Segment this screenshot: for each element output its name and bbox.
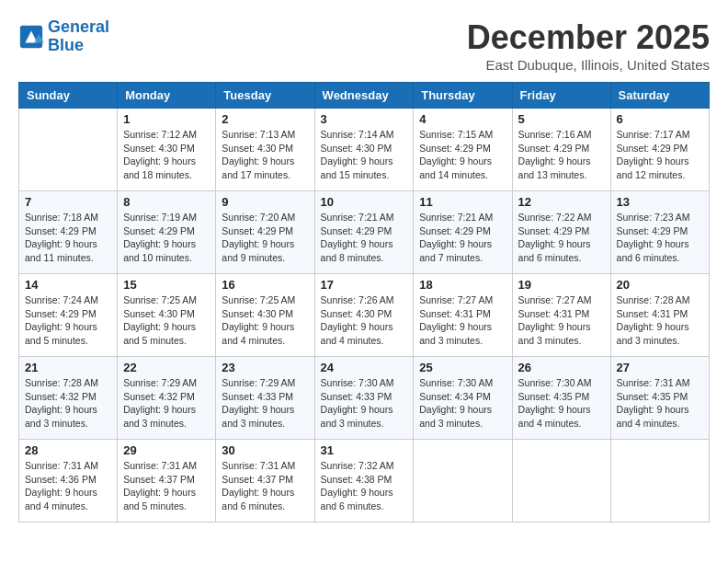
calendar-cell: 13Sunrise: 7:23 AM Sunset: 4:29 PM Dayli… (610, 191, 709, 274)
week-row-3: 14Sunrise: 7:24 AM Sunset: 4:29 PM Dayli… (19, 274, 710, 357)
logo-text: General Blue (48, 18, 109, 55)
calendar-cell: 1Sunrise: 7:12 AM Sunset: 4:30 PM Daylig… (118, 109, 216, 191)
calendar-cell: 5Sunrise: 7:16 AM Sunset: 4:29 PM Daylig… (512, 109, 610, 191)
calendar-cell: 29Sunrise: 7:31 AM Sunset: 4:37 PM Dayli… (118, 440, 216, 523)
day-number: 4 (419, 112, 506, 126)
day-number: 1 (123, 112, 210, 126)
title-area: December 2025 East Dubuque, Illinois, Un… (467, 18, 710, 73)
calendar-cell: 24Sunrise: 7:30 AM Sunset: 4:33 PM Dayli… (314, 357, 414, 440)
day-number: 6 (617, 112, 703, 126)
day-number: 27 (617, 361, 703, 374)
day-number: 30 (222, 443, 308, 457)
calendar-cell: 8Sunrise: 7:19 AM Sunset: 4:29 PM Daylig… (118, 191, 216, 274)
day-info: Sunrise: 7:27 AM Sunset: 4:31 PM Dayligh… (518, 293, 605, 348)
day-number: 15 (123, 278, 210, 292)
day-info: Sunrise: 7:14 AM Sunset: 4:30 PM Dayligh… (321, 128, 408, 182)
day-number: 3 (321, 112, 408, 126)
day-info: Sunrise: 7:30 AM Sunset: 4:35 PM Dayligh… (518, 376, 605, 431)
calendar-cell: 16Sunrise: 7:25 AM Sunset: 4:30 PM Dayli… (216, 274, 314, 357)
day-number: 17 (321, 278, 408, 292)
day-number: 11 (419, 195, 506, 209)
day-info: Sunrise: 7:27 AM Sunset: 4:31 PM Dayligh… (419, 293, 506, 348)
calendar-cell: 23Sunrise: 7:29 AM Sunset: 4:33 PM Dayli… (216, 357, 314, 440)
day-number: 29 (123, 443, 210, 457)
calendar-cell: 27Sunrise: 7:31 AM Sunset: 4:35 PM Dayli… (610, 357, 709, 440)
day-info: Sunrise: 7:20 AM Sunset: 4:29 PM Dayligh… (222, 211, 308, 265)
day-info: Sunrise: 7:28 AM Sunset: 4:32 PM Dayligh… (25, 376, 111, 431)
calendar-cell: 26Sunrise: 7:30 AM Sunset: 4:35 PM Dayli… (512, 357, 610, 440)
day-number: 23 (222, 361, 308, 374)
day-number: 19 (518, 278, 605, 292)
calendar-cell: 31Sunrise: 7:32 AM Sunset: 4:38 PM Dayli… (314, 440, 414, 523)
weekday-header-tuesday: Tuesday (216, 83, 314, 109)
logo-icon (18, 24, 44, 50)
day-number: 26 (518, 361, 605, 374)
day-info: Sunrise: 7:22 AM Sunset: 4:29 PM Dayligh… (518, 211, 605, 265)
day-number: 9 (222, 195, 308, 209)
day-info: Sunrise: 7:31 AM Sunset: 4:35 PM Dayligh… (617, 376, 703, 431)
day-number: 28 (25, 443, 111, 457)
calendar-cell: 25Sunrise: 7:30 AM Sunset: 4:34 PM Dayli… (414, 357, 512, 440)
day-info: Sunrise: 7:30 AM Sunset: 4:34 PM Dayligh… (419, 376, 506, 431)
calendar-cell: 30Sunrise: 7:31 AM Sunset: 4:37 PM Dayli… (216, 440, 314, 523)
calendar-cell: 11Sunrise: 7:21 AM Sunset: 4:29 PM Dayli… (414, 191, 512, 274)
day-number: 10 (321, 195, 408, 209)
calendar-cell: 22Sunrise: 7:29 AM Sunset: 4:32 PM Dayli… (118, 357, 216, 440)
weekday-header-friday: Friday (512, 83, 610, 109)
location: East Dubuque, Illinois, United States (467, 57, 710, 73)
week-row-1: 1Sunrise: 7:12 AM Sunset: 4:30 PM Daylig… (19, 109, 710, 191)
day-number: 13 (617, 195, 703, 209)
calendar-cell: 12Sunrise: 7:22 AM Sunset: 4:29 PM Dayli… (512, 191, 610, 274)
calendar-cell: 10Sunrise: 7:21 AM Sunset: 4:29 PM Dayli… (314, 191, 414, 274)
calendar-cell: 21Sunrise: 7:28 AM Sunset: 4:32 PM Dayli… (19, 357, 118, 440)
calendar-cell: 18Sunrise: 7:27 AM Sunset: 4:31 PM Dayli… (414, 274, 512, 357)
calendar-cell: 7Sunrise: 7:18 AM Sunset: 4:29 PM Daylig… (19, 191, 118, 274)
calendar-cell: 6Sunrise: 7:17 AM Sunset: 4:29 PM Daylig… (610, 109, 709, 191)
weekday-header-wednesday: Wednesday (314, 83, 414, 109)
weekday-header-thursday: Thursday (414, 83, 512, 109)
calendar-cell: 9Sunrise: 7:20 AM Sunset: 4:29 PM Daylig… (216, 191, 314, 274)
calendar-cell: 28Sunrise: 7:31 AM Sunset: 4:36 PM Dayli… (19, 440, 118, 523)
day-info: Sunrise: 7:16 AM Sunset: 4:29 PM Dayligh… (518, 128, 605, 182)
weekday-header-saturday: Saturday (610, 83, 709, 109)
weekday-header-monday: Monday (118, 83, 216, 109)
day-number: 20 (617, 278, 703, 292)
day-number: 25 (419, 361, 506, 374)
calendar-table: SundayMondayTuesdayWednesdayThursdayFrid… (18, 82, 710, 523)
day-number: 21 (25, 361, 111, 374)
day-number: 8 (123, 195, 210, 209)
day-number: 18 (419, 278, 506, 292)
day-info: Sunrise: 7:29 AM Sunset: 4:32 PM Dayligh… (123, 376, 210, 431)
day-info: Sunrise: 7:12 AM Sunset: 4:30 PM Dayligh… (123, 128, 210, 182)
day-number: 14 (25, 278, 111, 292)
weekday-header-sunday: Sunday (19, 83, 118, 109)
day-info: Sunrise: 7:15 AM Sunset: 4:29 PM Dayligh… (419, 128, 506, 182)
day-info: Sunrise: 7:21 AM Sunset: 4:29 PM Dayligh… (419, 211, 506, 265)
day-info: Sunrise: 7:25 AM Sunset: 4:30 PM Dayligh… (123, 293, 210, 348)
day-info: Sunrise: 7:23 AM Sunset: 4:29 PM Dayligh… (617, 211, 703, 265)
calendar-cell: 19Sunrise: 7:27 AM Sunset: 4:31 PM Dayli… (512, 274, 610, 357)
day-info: Sunrise: 7:26 AM Sunset: 4:30 PM Dayligh… (321, 293, 408, 348)
day-info: Sunrise: 7:31 AM Sunset: 4:36 PM Dayligh… (25, 459, 111, 513)
calendar-cell: 20Sunrise: 7:28 AM Sunset: 4:31 PM Dayli… (610, 274, 709, 357)
day-number: 22 (123, 361, 210, 374)
calendar-cell: 17Sunrise: 7:26 AM Sunset: 4:30 PM Dayli… (314, 274, 414, 357)
calendar-cell (512, 440, 610, 523)
day-number: 16 (222, 278, 308, 292)
day-number: 24 (321, 361, 408, 374)
day-info: Sunrise: 7:28 AM Sunset: 4:31 PM Dayligh… (617, 293, 703, 348)
day-number: 2 (222, 112, 308, 126)
week-row-5: 28Sunrise: 7:31 AM Sunset: 4:36 PM Dayli… (19, 440, 710, 523)
day-info: Sunrise: 7:24 AM Sunset: 4:29 PM Dayligh… (25, 293, 111, 348)
day-info: Sunrise: 7:25 AM Sunset: 4:30 PM Dayligh… (222, 293, 308, 348)
day-info: Sunrise: 7:19 AM Sunset: 4:29 PM Dayligh… (123, 211, 210, 265)
calendar-cell: 15Sunrise: 7:25 AM Sunset: 4:30 PM Dayli… (118, 274, 216, 357)
day-info: Sunrise: 7:18 AM Sunset: 4:29 PM Dayligh… (25, 211, 111, 265)
weekday-header-row: SundayMondayTuesdayWednesdayThursdayFrid… (19, 83, 710, 109)
logo: General Blue (18, 18, 109, 55)
day-info: Sunrise: 7:30 AM Sunset: 4:33 PM Dayligh… (321, 376, 408, 431)
calendar-cell: 3Sunrise: 7:14 AM Sunset: 4:30 PM Daylig… (314, 109, 414, 191)
day-info: Sunrise: 7:21 AM Sunset: 4:29 PM Dayligh… (321, 211, 408, 265)
day-info: Sunrise: 7:31 AM Sunset: 4:37 PM Dayligh… (222, 459, 308, 513)
day-info: Sunrise: 7:31 AM Sunset: 4:37 PM Dayligh… (123, 459, 210, 513)
